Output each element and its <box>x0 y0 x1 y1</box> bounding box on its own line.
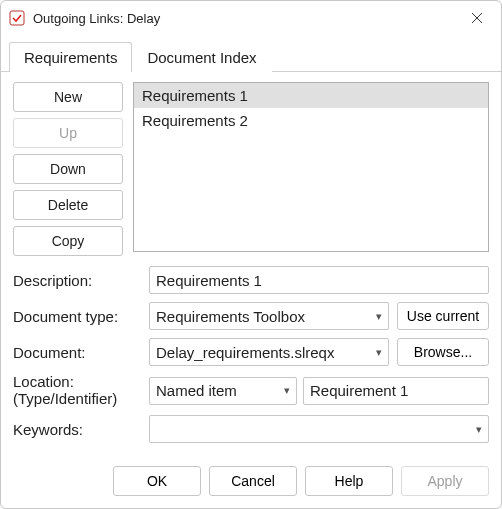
doctype-value: Requirements Toolbox <box>156 308 305 325</box>
description-input[interactable]: Requirements 1 <box>149 266 489 294</box>
requirements-listbox[interactable]: Requirements 1 Requirements 2 <box>133 82 489 252</box>
up-button[interactable]: Up <box>13 118 123 148</box>
location-id-value: Requirement 1 <box>310 382 408 399</box>
location-type-select[interactable]: Named item ▾ <box>149 377 297 405</box>
chevron-down-icon: ▾ <box>284 384 290 397</box>
document-value: Delay_requirements.slreqx <box>156 344 334 361</box>
delete-button[interactable]: Delete <box>13 190 123 220</box>
chevron-down-icon: ▾ <box>476 423 482 436</box>
keywords-select[interactable]: ▾ <box>149 415 489 443</box>
browse-button[interactable]: Browse... <box>397 338 489 366</box>
location-type-value: Named item <box>156 382 237 399</box>
window-title: Outgoing Links: Delay <box>33 11 457 26</box>
copy-button[interactable]: Copy <box>13 226 123 256</box>
tab-document-index[interactable]: Document Index <box>132 42 271 72</box>
description-label: Description: <box>13 272 141 289</box>
doctype-label: Document type: <box>13 308 141 325</box>
close-icon <box>471 12 483 24</box>
titlebar: Outgoing Links: Delay <box>1 1 501 35</box>
svg-rect-0 <box>10 11 24 25</box>
location-row: Named item ▾ Requirement 1 <box>149 377 489 405</box>
document-select[interactable]: Delay_requirements.slreqx ▾ <box>149 338 389 366</box>
doctype-select[interactable]: Requirements Toolbox ▾ <box>149 302 389 330</box>
location-id-input[interactable]: Requirement 1 <box>303 377 489 405</box>
new-button[interactable]: New <box>13 82 123 112</box>
form-grid: Description: Requirements 1 Document typ… <box>13 266 489 443</box>
help-button[interactable]: Help <box>305 466 393 496</box>
tab-requirements[interactable]: Requirements <box>9 42 132 72</box>
dialog-footer: OK Cancel Help Apply <box>1 456 501 508</box>
cancel-button[interactable]: Cancel <box>209 466 297 496</box>
use-current-button[interactable]: Use current <box>397 302 489 330</box>
description-value: Requirements 1 <box>156 272 262 289</box>
list-item[interactable]: Requirements 2 <box>134 108 488 133</box>
tab-bar: Requirements Document Index <box>1 35 501 72</box>
chevron-down-icon: ▾ <box>376 310 382 323</box>
sidebar-buttons: New Up Down Delete Copy <box>13 82 123 256</box>
ok-button[interactable]: OK <box>113 466 201 496</box>
list-item[interactable]: Requirements 1 <box>134 83 488 108</box>
panel-requirements: New Up Down Delete Copy Requirements 1 R… <box>1 72 501 456</box>
close-button[interactable] <box>457 1 497 35</box>
apply-button[interactable]: Apply <box>401 466 489 496</box>
document-label: Document: <box>13 344 141 361</box>
location-label-line1: Location: <box>13 373 74 390</box>
upper-area: New Up Down Delete Copy Requirements 1 R… <box>13 82 489 256</box>
chevron-down-icon: ▾ <box>376 346 382 359</box>
keywords-label: Keywords: <box>13 421 141 438</box>
location-label: Location: (Type/Identifier) <box>13 374 141 407</box>
app-icon <box>9 10 25 26</box>
down-button[interactable]: Down <box>13 154 123 184</box>
location-label-line2: (Type/Identifier) <box>13 390 117 407</box>
